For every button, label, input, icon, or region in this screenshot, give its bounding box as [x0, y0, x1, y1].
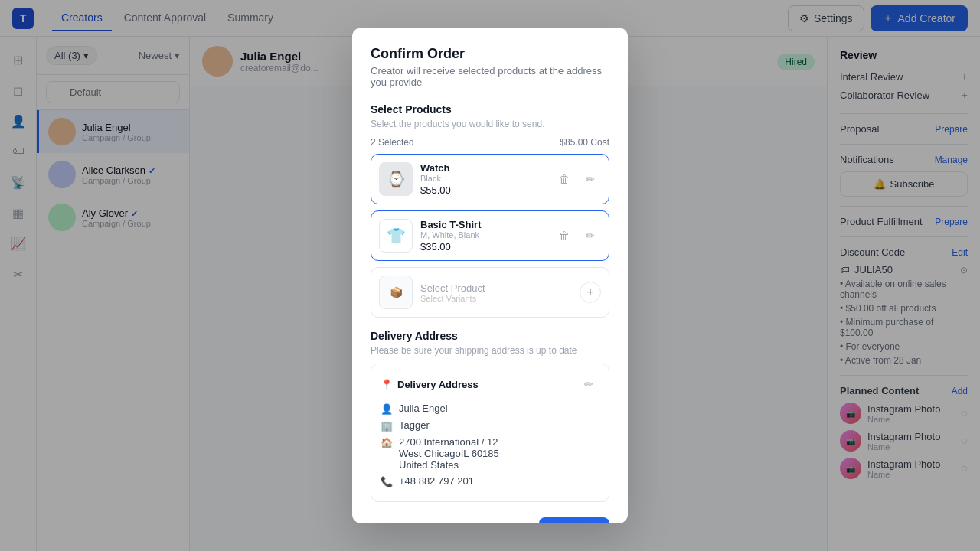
cancel-button[interactable]: Cancel — [371, 517, 429, 523]
select-product-card: 📦 Select Product Select Variants + — [371, 267, 609, 318]
phone-icon: 📞 — [381, 476, 393, 487]
confirm-order-modal: Confirm Order Creator will receive selec… — [352, 28, 628, 523]
submit-button[interactable]: Submit — [539, 517, 609, 523]
select-product-title: Select Product — [420, 282, 485, 294]
total-cost: $85.00 Cost — [560, 137, 609, 148]
product-variant-tshirt: M, White, Blank — [420, 230, 546, 240]
modal-footer: Cancel Submit — [371, 517, 609, 523]
delivery-country: United States — [399, 459, 499, 471]
delivery-address-title: Delivery Address — [371, 330, 609, 342]
delivery-header-label: 📍 Delivery Address — [381, 379, 479, 390]
select-product-thumb: 📦 — [379, 276, 413, 309]
products-count-row: 2 Selected $85.00 Cost — [371, 137, 609, 148]
delivery-phone: +48 882 797 201 — [399, 475, 474, 487]
delivery-name: Julia Engel — [399, 403, 448, 414]
product-variant-watch: Black — [420, 174, 546, 183]
select-variants-label: Select Variants — [420, 294, 485, 303]
modal-subtitle: Creator will receive selected products a… — [371, 65, 609, 88]
location-icon: 📍 — [381, 379, 393, 390]
delivery-company: Tagger — [399, 419, 430, 431]
product-card-tshirt: 👕 Basic T-Shirt M, White, Blank $35.00 🗑… — [371, 210, 609, 261]
product-name-watch: Watch — [420, 162, 546, 174]
product-thumb-watch: ⌚ — [379, 162, 413, 196]
edit-tshirt-button[interactable]: ✏ — [580, 225, 601, 246]
delivery-address1: 2700 International / 12 — [399, 436, 499, 448]
product-info-watch: Watch Black $55.00 — [420, 162, 546, 196]
selected-count: 2 Selected — [371, 137, 414, 148]
home-icon: 🏠 — [381, 437, 393, 448]
product-price-tshirt: $35.00 — [420, 241, 546, 253]
select-products-desc: Select the products you would like to se… — [371, 119, 609, 129]
delivery-card: 📍 Delivery Address ✏ 👤 Julia Engel 🏢 Tag… — [371, 364, 609, 502]
product-price-watch: $55.00 — [420, 184, 546, 196]
delivery-address-desc: Please be sure your shipping address is … — [371, 345, 609, 356]
product-card-watch: ⌚ Watch Black $55.00 🗑 ✏ — [371, 154, 609, 204]
delivery-city: West ChicagoIL 60185 — [399, 448, 499, 459]
delete-tshirt-button[interactable]: 🗑 — [554, 225, 575, 246]
delivery-company-row: 🏢 Tagger — [381, 419, 599, 432]
delivery-name-row: 👤 Julia Engel — [381, 403, 599, 415]
product-info-tshirt: Basic T-Shirt M, White, Blank $35.00 — [420, 219, 546, 253]
edit-delivery-button[interactable]: ✏ — [578, 373, 599, 395]
delivery-address-lines: 2700 International / 12 West ChicagoIL 6… — [399, 436, 499, 471]
delivery-card-header: 📍 Delivery Address ✏ — [381, 373, 599, 395]
select-products-title: Select Products — [371, 103, 609, 116]
company-icon: 🏢 — [381, 420, 393, 432]
select-product-text: Select Product Select Variants — [420, 282, 485, 303]
person-icon: 👤 — [381, 403, 393, 415]
product-actions-tshirt: 🗑 ✏ — [554, 225, 601, 246]
product-actions-watch: 🗑 ✏ — [554, 168, 601, 190]
delivery-address-row: 🏠 2700 International / 12 West ChicagoIL… — [381, 436, 599, 471]
product-name-tshirt: Basic T-Shirt — [420, 219, 546, 230]
delete-watch-button[interactable]: 🗑 — [554, 168, 575, 190]
edit-watch-button[interactable]: ✏ — [580, 168, 601, 190]
product-thumb-tshirt: 👕 — [379, 219, 413, 253]
modal-overlay: Confirm Order Creator will receive selec… — [0, 0, 980, 551]
delivery-phone-row: 📞 +48 882 797 201 — [381, 475, 599, 487]
add-product-button[interactable]: + — [580, 282, 601, 303]
modal-title: Confirm Order — [371, 46, 609, 62]
